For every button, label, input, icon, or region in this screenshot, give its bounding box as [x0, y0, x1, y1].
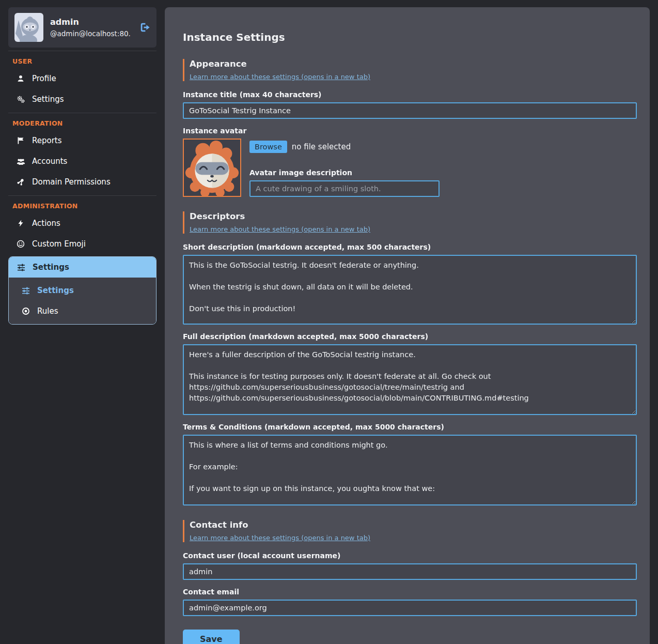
sidebar-item-profile[interactable]: Profile — [8, 68, 156, 89]
logout-icon[interactable] — [139, 22, 150, 33]
instance-avatar-field: Instance avatar — [183, 127, 637, 197]
avatar-description-input[interactable] — [249, 180, 440, 197]
sliders-icon — [17, 263, 26, 271]
contact-user-field: Contact user (local account username) — [183, 551, 637, 580]
share-nodes-icon — [16, 178, 25, 186]
sidebar-nav: USER Profile Settings MODERATIO — [8, 51, 156, 325]
terms-field: Terms & Conditions (markdown accepted, m… — [183, 423, 637, 505]
terms-label: Terms & Conditions (markdown accepted, m… — [183, 423, 637, 431]
contact-email-input[interactable] — [183, 600, 637, 616]
file-status-text: no file selected — [292, 142, 351, 151]
user-name: admin — [50, 17, 131, 27]
bolt-icon — [16, 220, 25, 227]
descriptors-heading: Descriptors — [190, 211, 637, 221]
sidebar-item-label: Accounts — [32, 157, 67, 166]
avatar-description-label: Avatar image description — [249, 168, 440, 177]
user-avatar — [14, 13, 43, 42]
full-description-textarea[interactable]: Here's a fuller description of the GoToS… — [183, 344, 637, 415]
instance-settings-panel: Instance Settings Appearance Learn more … — [165, 7, 650, 644]
sidebar-item-label: Settings — [33, 263, 69, 272]
sidebar-item-label: Domain Permissions — [32, 177, 111, 187]
browse-button[interactable]: Browse — [249, 141, 287, 153]
sidebar-item-label: Reports — [32, 136, 62, 145]
users-icon — [16, 157, 25, 166]
submenu-item-label: Rules — [37, 306, 58, 316]
short-description-label: Short description (markdown accepted, ma… — [183, 243, 637, 251]
settings-menu-block: Settings Settings — [8, 256, 156, 325]
gears-icon — [16, 95, 25, 103]
sliders-icon — [21, 286, 30, 295]
save-button[interactable]: Save — [183, 630, 240, 644]
flag-icon — [16, 136, 25, 145]
sidebar-item-reports[interactable]: Reports — [8, 130, 156, 151]
short-description-field: Short description (markdown accepted, ma… — [183, 243, 637, 325]
nav-category-user: USER — [8, 51, 156, 68]
user-icon — [16, 74, 25, 83]
user-card[interactable]: admin @admin@localhost:80... — [8, 7, 156, 48]
short-description-textarea[interactable]: This is the GoToSocial testrig. It doesn… — [183, 255, 637, 325]
contact-user-input[interactable] — [183, 563, 637, 580]
descriptors-learn-more-link[interactable]: Learn more about these settings (opens i… — [190, 225, 370, 233]
sidebar-item-label: Profile — [32, 74, 56, 83]
sidebar-item-custom-emoji[interactable]: Custom Emoji — [8, 234, 156, 254]
contact-info-heading: Contact info — [190, 520, 637, 530]
contact-email-label: Contact email — [183, 588, 637, 596]
user-meta: admin @admin@localhost:80... — [50, 17, 131, 38]
circle-dot-icon — [21, 307, 30, 315]
instance-avatar-image — [183, 139, 241, 197]
nav-category-administration: ADMINISTRATION — [8, 195, 156, 213]
sidebar-item-actions[interactable]: Actions — [8, 213, 156, 234]
instance-title-label: Instance title (max 40 characters) — [183, 90, 637, 99]
contact-user-label: Contact user (local account username) — [183, 551, 637, 560]
appearance-heading: Appearance — [190, 59, 637, 69]
section-descriptors: Descriptors Learn more about these setti… — [183, 211, 637, 234]
settings-submenu: Settings Rules — [9, 278, 156, 324]
full-description-label: Full description (markdown accepted, max… — [183, 332, 637, 341]
terms-textarea[interactable]: This is where a list of terms and condit… — [183, 435, 637, 505]
sidebar-item-label: Custom Emoji — [32, 239, 86, 249]
section-contact-info: Contact info Learn more about these sett… — [183, 520, 637, 542]
sidebar-item-domain-permissions[interactable]: Domain Permissions — [8, 172, 156, 192]
instance-avatar-label: Instance avatar — [183, 127, 637, 135]
contact-email-field: Contact email — [183, 588, 637, 616]
submenu-item-label: Settings — [37, 286, 74, 295]
instance-title-input[interactable] — [183, 102, 637, 119]
full-description-field: Full description (markdown accepted, max… — [183, 332, 637, 415]
submenu-item-rules[interactable]: Rules — [9, 301, 156, 321]
instance-title-field: Instance title (max 40 characters) — [183, 90, 637, 119]
appearance-learn-more-link[interactable]: Learn more about these settings (opens i… — [190, 73, 370, 81]
user-handle: @admin@localhost:80... — [50, 29, 131, 38]
nav-category-moderation: MODERATION — [8, 113, 156, 130]
sidebar-item-label: Actions — [32, 219, 60, 228]
submenu-item-settings[interactable]: Settings — [9, 280, 156, 301]
section-appearance: Appearance Learn more about these settin… — [183, 59, 637, 81]
smiley-icon — [16, 240, 25, 248]
sidebar-item-accounts[interactable]: Accounts — [8, 151, 156, 172]
sidebar: admin @admin@localhost:80... USER Profil… — [8, 7, 156, 325]
sidebar-item-user-settings[interactable]: Settings — [8, 89, 156, 110]
sidebar-item-settings[interactable]: Settings — [9, 257, 156, 278]
sidebar-item-label: Settings — [32, 95, 64, 104]
page-title: Instance Settings — [183, 31, 637, 43]
contact-learn-more-link[interactable]: Learn more about these settings (opens i… — [190, 534, 370, 542]
